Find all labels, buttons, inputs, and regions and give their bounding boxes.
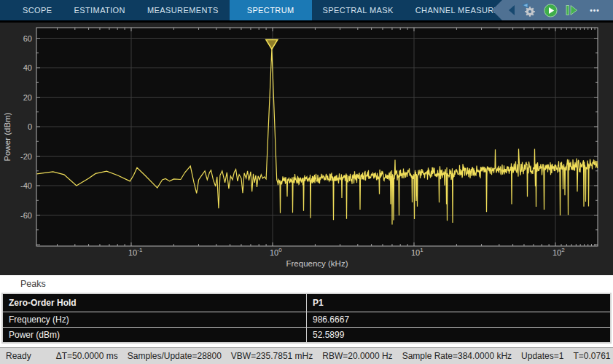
svg-text:-20: -20 [20, 152, 32, 161]
step-forward-button[interactable] [564, 2, 579, 18]
svg-text:10-1: 10-1 [128, 247, 143, 257]
tab-measurements[interactable]: MEASUREMENTS [136, 0, 230, 20]
svg-text:40: 40 [23, 63, 32, 72]
peaks-header-p1: P1 [307, 293, 612, 312]
svg-text:101: 101 [411, 247, 423, 257]
peaks-table: Zero-Order Hold P1 Frequency (Hz) 986.66… [1, 293, 612, 344]
collapse-toolstrip-button[interactable] [507, 2, 515, 18]
status-delta-t: ΔT=50.0000 ms [56, 351, 118, 361]
table-row: Power (dBm) 52.5899 [2, 328, 611, 344]
tab-spectrum[interactable]: SPECTRUM [230, 0, 312, 20]
more-options-button[interactable]: ••• [585, 2, 604, 18]
spectrum-analyzer-window: SCOPE ESTIMATION MEASUREMENTS SPECTRUM S… [0, 0, 613, 364]
svg-text:60: 60 [23, 34, 32, 43]
tab-spectral-mask[interactable]: SPECTRAL MASK [312, 0, 405, 20]
tab-estimation[interactable]: ESTIMATION [63, 0, 136, 20]
peaks-table-header-row: Zero-Order Hold P1 [2, 293, 611, 312]
status-state: Ready [6, 351, 31, 361]
peaks-row-frequency-value: 986.6667 [307, 312, 612, 328]
peaks-row-power-value: 52.5899 [307, 328, 612, 344]
svg-text:-40: -40 [20, 181, 32, 190]
ellipsis-icon: ••• [590, 7, 600, 15]
svg-text:102: 102 [553, 247, 565, 257]
quick-controls: ••• [492, 0, 613, 20]
x-axis-label: Frequency (kHz) [286, 259, 348, 268]
table-row: Frequency (Hz) 986.6667 [2, 312, 611, 328]
gear-icon [522, 3, 536, 17]
peaks-panel-header: Peaks [0, 275, 613, 293]
spectrum-plot-area[interactable]: 6040200-20-40-6010-1100101102Frequency (… [0, 23, 613, 275]
peaks-table-container: Zero-Order Hold P1 Frequency (Hz) 986.66… [0, 293, 613, 347]
svg-text:-60: -60 [20, 211, 32, 220]
status-updates: Updates=1 [521, 351, 563, 361]
play-icon [544, 4, 558, 17]
spectrum-plot-svg[interactable]: 6040200-20-40-6010-1100101102Frequency (… [0, 23, 613, 275]
status-bar: Ready ΔT=50.0000 ms Samples/Update=28800… [0, 347, 613, 364]
svg-text:0: 0 [28, 122, 32, 131]
peaks-row-frequency-label: Frequency (Hz) [2, 312, 307, 328]
peaks-row-power-label: Power (dBm) [2, 328, 307, 344]
status-time: T=0.0761 [573, 351, 610, 361]
run-options-button[interactable] [522, 2, 536, 18]
status-sample-rate: Sample Rate=384.0000 kHz [402, 351, 512, 361]
chevron-left-icon [508, 5, 515, 15]
y-axis-label: Power (dBm) [3, 112, 12, 161]
step-forward-icon [565, 4, 578, 17]
peaks-panel-title: Peaks [20, 279, 46, 289]
status-samples-per-update: Samples/Update=28800 [128, 351, 222, 361]
toolstrip-tabbar: SCOPE ESTIMATION MEASUREMENTS SPECTRUM S… [0, 0, 613, 20]
plot-background [36, 28, 598, 246]
status-vbw: VBW=235.7851 mHz [231, 351, 313, 361]
peaks-header-source: Zero-Order Hold [2, 293, 307, 312]
svg-text:20: 20 [23, 93, 32, 102]
status-rbw: RBW=20.0000 Hz [322, 351, 392, 361]
svg-text:100: 100 [270, 247, 282, 257]
tab-scope[interactable]: SCOPE [12, 0, 63, 20]
run-button[interactable] [543, 2, 558, 18]
